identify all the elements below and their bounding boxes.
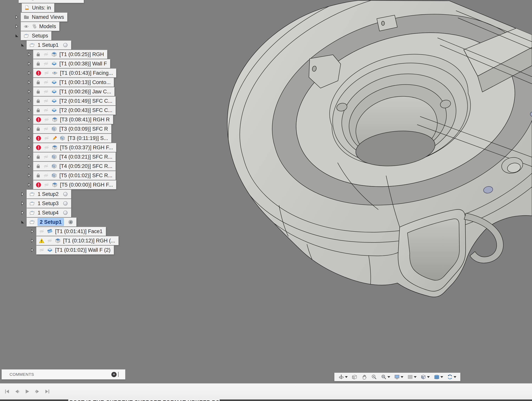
tree-row-bar[interactable]: [T5 (0:01:02)] SFC R... [33,171,116,180]
pan-button[interactable] [361,373,367,381]
tree-row-bar[interactable]: [T1 (0:00:26)] Jaw C... [33,87,114,96]
expander-collapsed-icon[interactable] [27,173,32,178]
eyeoff-icon[interactable] [43,89,49,95]
tree-row-bar[interactable]: [T3 (0:11:19)] S... [33,134,111,143]
dropdown-caret-icon[interactable] [345,376,348,378]
eyeoff-icon[interactable] [43,126,49,132]
eyeoff-icon[interactable] [47,238,53,244]
look-at-button[interactable] [352,373,357,381]
tree-row-bar[interactable]: [T3 (0:03:09)] SFC R [33,124,111,133]
expander-collapsed-icon[interactable] [27,145,32,150]
skip-to-end-button[interactable] [44,388,51,395]
tree-row-bar[interactable]: [T3 (0:08:41)] RGH R [33,115,113,124]
tree-row-bar[interactable]: [T4 (0:05:20)] SFC R... [33,162,116,171]
dropdown-caret-icon[interactable] [454,376,456,378]
expander-collapsed-icon[interactable] [14,24,19,29]
dropdown-caret-icon[interactable] [401,376,403,378]
expander-collapsed-icon[interactable] [27,182,32,187]
regenerate-button[interactable] [447,373,456,381]
dropdown-caret-icon[interactable] [427,376,430,378]
tree-row-bar[interactable]: Units: in [22,3,54,12]
tree-row-bar[interactable]: [T2 (0:00:43)] SFC C... [33,106,116,115]
skip-to-start-button[interactable] [4,388,11,395]
eyeoff-icon[interactable] [43,79,49,85]
tree-row-bar[interactable] [19,0,84,3]
eyeoff-icon[interactable] [44,135,50,141]
tree-row-bar[interactable]: Setups [21,31,51,40]
tree-row-bar[interactable]: [T1 (0:10:12)] RGH (... [36,236,119,245]
eyeoff-icon[interactable] [43,163,49,169]
toolpath-display-button[interactable] [434,373,443,381]
expander-collapsed-icon[interactable] [27,61,32,66]
expander-expanded-icon[interactable] [20,43,25,47]
expander-expanded-icon[interactable] [20,220,25,224]
expander-collapsed-icon[interactable] [27,117,32,122]
expander-collapsed-icon[interactable] [20,201,25,206]
tree-row-bar[interactable]: [T1 (0:00:13)] Conto... [33,78,114,87]
expander-collapsed-icon[interactable] [30,229,35,234]
tree-row-bar[interactable]: [T2 (0:01:49)] SFC C... [33,96,116,105]
expander-collapsed-icon[interactable] [27,89,32,94]
eyeoff-icon[interactable] [39,247,45,253]
step-forward-button[interactable] [34,388,41,395]
zoom-fit-button[interactable] [381,373,390,381]
eye-icon[interactable] [23,24,29,29]
tree-row-bar[interactable]: 1 Setup3 [27,199,71,208]
expander-collapsed-icon[interactable] [27,99,32,103]
expander-collapsed-icon[interactable] [27,71,32,75]
viewports-button[interactable] [420,373,430,381]
eye-icon[interactable] [21,0,27,1]
eyeoff-icon[interactable] [43,172,49,178]
eyeoff-icon[interactable] [43,107,49,113]
expander-collapsed-icon[interactable] [27,108,32,113]
setup-active-radio[interactable] [68,220,73,225]
eyeoff-icon[interactable] [43,154,49,160]
tree-row-bar[interactable]: [T1 (0:00:38)] Wall F [33,59,110,68]
expander-collapsed-icon[interactable] [27,154,32,159]
tree-row-bar[interactable]: 2 Setup1 [27,218,76,227]
orbit-button[interactable] [338,373,348,381]
eyeoff-icon[interactable] [44,70,50,76]
dropdown-caret-icon[interactable] [440,376,443,378]
zoom-button[interactable] [371,373,377,381]
expander-collapsed-icon[interactable] [27,80,32,85]
expander-collapsed-icon[interactable] [27,127,32,131]
expander-collapsed-icon[interactable] [20,192,25,197]
tree-row-bar[interactable]: Named Views [21,13,67,22]
expander-collapsed-icon[interactable] [20,210,25,215]
setup-active-radio[interactable] [63,191,68,197]
expander-collapsed-icon[interactable] [30,248,35,252]
tree-row-bar[interactable]: [T1 (0:01:02)] Wall F (2) [36,246,114,255]
tree-row-bar[interactable]: 1 Setup4 [27,208,71,217]
display-settings-button[interactable] [394,373,403,381]
eyeoff-icon[interactable] [43,98,49,104]
eyeoff-icon[interactable] [43,51,49,57]
dropdown-caret-icon[interactable] [414,376,417,378]
tree-row-bar[interactable]: [T1 (0:01:41)] Face1 [36,227,106,236]
expander-collapsed-icon[interactable] [14,15,19,19]
tree-row-bar[interactable]: Models [21,22,59,31]
eyeoff-icon[interactable] [43,61,49,67]
play-button[interactable] [24,388,31,395]
tree-row-bar[interactable]: 1 Setup1 [27,41,71,50]
comments-bar[interactable]: COMMENTS + [1,369,125,379]
tree-row-bar[interactable]: [T4 (0:03:21)] SFC R... [33,152,116,161]
tree-row-bar[interactable]: 1 Setup2 [27,190,71,198]
tree-row-bar[interactable]: [T1 (0:01:43)] Facing... [33,69,116,77]
tree-row-bar[interactable]: [T5 (0:03:37)] RGH F... [33,143,116,152]
step-back-button[interactable] [13,388,21,395]
eyeoff-icon[interactable] [39,229,45,234]
setup-active-radio[interactable] [63,201,68,206]
expander-collapsed-icon[interactable] [30,238,35,243]
expander-expanded-icon[interactable] [14,33,19,38]
eyeoff-icon[interactable] [44,145,50,150]
expander-collapsed-icon[interactable] [27,52,32,57]
setup-active-radio[interactable] [63,210,68,215]
expander-collapsed-icon[interactable] [27,164,32,168]
tree-row-bar[interactable]: [T5 (0:00:00)] RGH F... [33,180,116,189]
eyeoff-icon[interactable] [44,117,50,122]
eyeoff-icon[interactable] [44,182,50,188]
grid-snaps-button[interactable] [407,373,417,381]
add-comment-button plus-icon[interactable]: + [111,372,117,377]
tree-row-bar[interactable]: [T1 (0:05:25)] RGH [33,50,107,59]
